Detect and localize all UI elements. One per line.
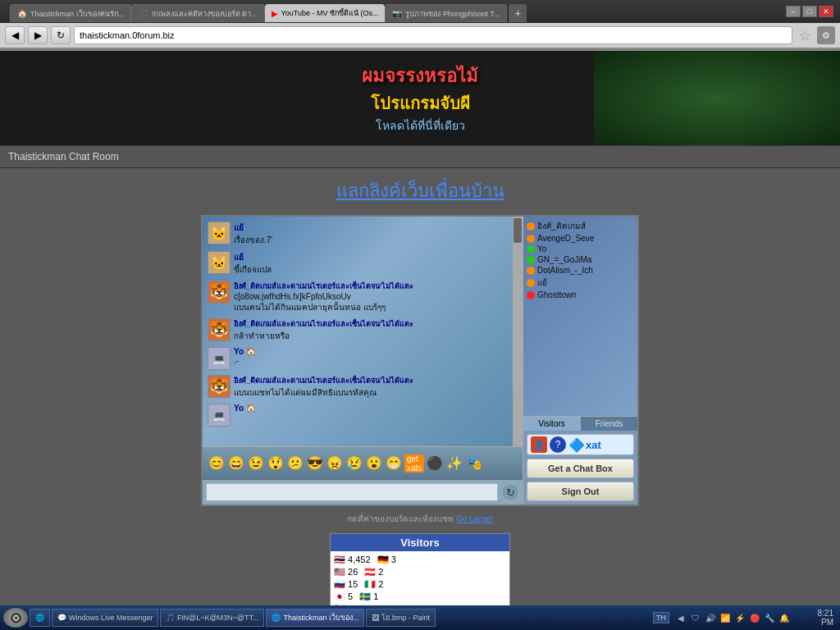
taskbar-wlm[interactable]: 💬 Windows Live Messenger [52, 609, 158, 627]
browser-icon: 🌐 [272, 614, 281, 622]
forward-button[interactable]: ▶ [28, 26, 48, 44]
emote-wink[interactable]: 😉 [247, 454, 265, 472]
banner-tagline: โหลดได้ที่นี่ที่เดียว [362, 116, 478, 135]
sign-out-button[interactable]: Sign Out [527, 482, 634, 501]
emote-angry[interactable]: 😠 [326, 454, 344, 472]
get-chatbox-button[interactable]: Get a Chat Box [527, 459, 634, 478]
message-username: แย้ [234, 221, 518, 234]
back-button[interactable]: ◀ [5, 26, 25, 44]
flag-jp: 🇯🇵 5 [334, 591, 353, 602]
xat-logo: 🔷 xat [568, 437, 601, 453]
emote-shock[interactable]: 😲 [267, 454, 285, 472]
bookmark-button[interactable]: ☆ [796, 26, 814, 44]
tray-icon-extra2: 🔧 [763, 611, 776, 624]
user-status-dot [527, 267, 535, 275]
go-large-link[interactable]: Go Large! [456, 514, 492, 523]
tab-favicon: 🏠 [17, 9, 27, 18]
taskbar-ie-icon[interactable]: 🌐 [30, 609, 50, 627]
emote-special[interactable]: getxats [404, 454, 424, 472]
final-label: FiN@L~K@M3N~@TT... [177, 614, 258, 622]
message-text: .- [234, 356, 518, 365]
banner-background [594, 51, 840, 145]
banner-title: ผมจรรงหรอไม้ [362, 62, 478, 90]
username: แย้ [537, 276, 547, 289]
site-banner: ผมจรรงหรอไม้ โปรแกรมจับผี โหลดได้ที่นี่ท… [0, 51, 840, 145]
message-content: แย้ เรื่องของ.7' [234, 221, 518, 246]
emote-star[interactable]: ✨ [445, 454, 463, 472]
chat-messages[interactable]: 🐱 แย้ เรื่องของ.7' 🐱 แย้ ขี้เกียจแปล [203, 217, 523, 446]
tray-icon-1: ◀ [674, 611, 687, 624]
user-list: อิงศ์_ติดเกมส์ AvengeD_Seve Yo GN_= [523, 217, 637, 416]
chat-input[interactable] [206, 483, 498, 501]
clock-ampm: PM [799, 618, 833, 627]
flag-ru: 🇷🇺 15 [334, 579, 358, 590]
username: GN_=_GoJiMa [537, 255, 591, 264]
message-avatar: 💻 [208, 347, 231, 370]
visitors-row: 🇷🇺 15 🇮🇹 2 [334, 579, 506, 590]
chat-widget: 🐱 แย้ เรื่องของ.7' 🐱 แย้ ขี้เกียจแปล [201, 215, 639, 506]
taskbar-final[interactable]: 🎵 FiN@L~K@M3N~@TT... [160, 609, 264, 627]
emote-circle[interactable]: ⚫ [426, 454, 444, 472]
address-input[interactable] [74, 26, 792, 44]
tray-icon-extra: 🔴 [748, 611, 761, 624]
tab-1[interactable]: 🏠 Thaistickman เว็บของคนรัก... [10, 4, 131, 22]
chat-message: 🐯 อิงศ์_ติดเกมส์และดาเมนไรเดอร์และเซ็นไต… [208, 375, 518, 399]
taskbar-thaistickman[interactable]: 🌐 Thaistickman เว็บของ... [266, 609, 364, 627]
tab-friends-label: Friends [596, 419, 623, 428]
visitors-row: 🇹🇭 4,452 🇩🇪 3 [334, 555, 506, 565]
maximize-button[interactable]: □ [802, 6, 817, 17]
emote-laugh[interactable]: 😁 [385, 454, 403, 472]
minimize-button[interactable]: − [786, 6, 801, 17]
chat-refresh-button[interactable]: ↻ [501, 483, 519, 501]
emotes-bar: 😊 😄 😉 😲 😕 😎 😠 😢 😮 😁 getxats ⚫ ✨ 🎭 [203, 446, 523, 479]
flag-de: 🇩🇪 3 [377, 555, 396, 565]
emote-smile[interactable]: 😊 [208, 454, 226, 472]
clock-time: 8:21 [799, 609, 833, 618]
emote-cool[interactable]: 😎 [306, 454, 324, 472]
emote-grin[interactable]: 😄 [227, 454, 245, 472]
message-text: กล้าทำหายหรือ [234, 330, 518, 342]
emote-cry[interactable]: 😢 [345, 454, 363, 472]
emote-ohmy[interactable]: 😮 [365, 454, 383, 472]
new-tab-button[interactable]: + [509, 4, 527, 22]
system-tray: ◀ 🛡 🔊 📶 ⚡ 🔴 🔧 🔔 [671, 611, 794, 624]
message-text: ขี้เกียจแปล [234, 263, 518, 276]
tray-icon-volume: 🔊 [704, 611, 717, 624]
xat-help-icon[interactable]: ? [550, 436, 566, 453]
tab-label: !!!เพลงและคดีทางของบอร์ด ดา... [152, 8, 258, 20]
tab-3[interactable]: ▶ YouTube - MV ซักขี้ดิแน้ (Os... [265, 4, 386, 22]
tab-friends[interactable]: Friends [581, 417, 637, 431]
refresh-button[interactable]: ↻ [51, 26, 71, 44]
message-content: อิงศ์_ติดเกมส์และดาเมนไรเดอร์และเซ็นไตจน… [234, 281, 518, 313]
user-item: Yo [527, 244, 634, 253]
user-item: AvengeD_Seve [527, 234, 634, 243]
paint-icon: 🖼 [372, 614, 379, 622]
chat-room-label: Thaistickman Chat Room [8, 151, 119, 162]
close-button[interactable]: ✕ [819, 6, 833, 17]
emote-confused[interactable]: 😕 [286, 454, 304, 472]
flag-th: 🇹🇭 4,452 [334, 555, 371, 565]
scrollbar-thumb[interactable] [514, 218, 522, 243]
tab-visitors[interactable]: Visitors [523, 417, 581, 431]
message-username: Yo 🏠 [234, 404, 518, 413]
xat-icon-orange[interactable]: 👤 [531, 436, 547, 453]
taskbar-paint[interactable]: 🖼 โย.bmp - Paint [366, 609, 436, 627]
tab-4[interactable]: 📷 รูปภาพของ Phongphisoot T... [385, 4, 507, 22]
username: DotAlism_-_Ich [537, 266, 593, 275]
tab-2[interactable]: 🎵 !!!เพลงและคดีทางของบอร์ด ดา... [131, 4, 265, 22]
user-status-dot [527, 245, 535, 253]
settings-button[interactable]: ⚙ [817, 26, 835, 44]
start-button[interactable]: ⊙ [3, 608, 28, 628]
window-controls: − □ ✕ [786, 6, 833, 17]
chat-scrollbar[interactable] [513, 217, 523, 446]
message-text: c[o8ow.jwfhdHs.fx]kFpfoUksoUvแบนคนไม่ได้… [234, 292, 518, 313]
message-content: อิงศ์_ติดเกมส์และดาเมนไรเดอร์และเซ็นไตจน… [234, 375, 518, 399]
user-item: Ghosttown [527, 290, 634, 299]
emote-more[interactable]: 🎭 [465, 454, 483, 472]
taskbar: ⊙ 🌐 💬 Windows Live Messenger 🎵 FiN@L~K@M… [0, 605, 840, 630]
visitors-note: กดที่ค่าของบอร์ดและห้องแชท Go Large! [16, 513, 824, 525]
message-username: Yo 🏠 [234, 347, 518, 356]
language-indicator: TH [653, 612, 669, 623]
flag-us: 🇺🇸 26 [334, 567, 358, 578]
wlm-icon: 💬 [57, 614, 66, 622]
